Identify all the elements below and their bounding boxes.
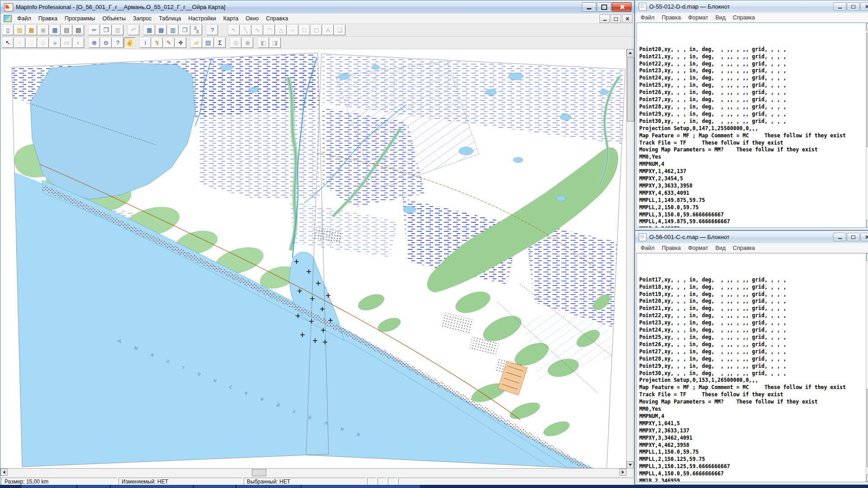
notepad1-maximize-button[interactable]: [847, 2, 860, 11]
new-layout-button[interactable]: ❒: [179, 25, 190, 35]
polygon-select-button[interactable]: ◇: [38, 38, 49, 48]
map-vertical-scrollbar[interactable]: [626, 49, 634, 469]
radius-select-button[interactable]: ◌: [26, 38, 37, 48]
notepad2-titlebar[interactable]: O-56-001-C-c.map — Блокнот: [635, 231, 868, 243]
menu-item[interactable]: Карта: [220, 14, 242, 23]
set-target-district-button[interactable]: ◎: [230, 38, 241, 48]
notepad2-scrollbar[interactable]: [866, 253, 868, 482]
minimize-button[interactable]: [582, 2, 596, 12]
info-tool-button[interactable]: i: [140, 38, 151, 48]
drag-map-window-button[interactable]: ❖: [175, 38, 186, 48]
new-table-button[interactable]: ▯: [2, 25, 14, 35]
rectangle-tool-button[interactable]: □: [299, 25, 310, 35]
scroll-right-button[interactable]: [619, 469, 627, 476]
taskbar-window-button[interactable]: [302, 485, 420, 488]
menu-item[interactable]: Файл: [14, 14, 35, 23]
invert-selection-button[interactable]: ◐: [73, 38, 84, 48]
notepad2-text-area[interactable]: Point17,xy, , , in, deg, , ,, , ,, grid,…: [637, 253, 868, 482]
ellipse-tool-button[interactable]: ○: [287, 25, 298, 35]
close-button[interactable]: [612, 2, 632, 12]
map-hscroll-thumb[interactable]: [252, 469, 266, 476]
scroll-down-button[interactable]: [627, 461, 634, 469]
status-selected[interactable]: Выбранный: НЕТ: [244, 478, 366, 486]
notepad1-close-button[interactable]: [860, 2, 868, 11]
mdi-minimize-button[interactable]: [599, 14, 610, 23]
open-table-button[interactable]: ▨: [14, 25, 25, 35]
save-workspace-button[interactable]: ▦: [49, 25, 61, 35]
taskbar-window-button[interactable]: [237, 485, 301, 488]
print-button[interactable]: ▤: [73, 25, 84, 35]
menu-item[interactable]: Настройки: [185, 14, 220, 23]
hotlink-button[interactable]: ↯: [151, 38, 163, 48]
open-workspace-button[interactable]: ▦: [26, 25, 37, 35]
new-browser-button[interactable]: ▦: [144, 25, 155, 35]
help-pointer-button[interactable]: ?: [207, 25, 218, 35]
paste-button[interactable]: ▥: [112, 25, 123, 35]
label-tool-button[interactable]: ✎: [163, 38, 175, 48]
menu-item[interactable]: Вид: [712, 14, 729, 22]
taskbar-window-button[interactable]: [111, 485, 193, 488]
notepad2-minimize-button[interactable]: [833, 233, 846, 241]
new-graph-button[interactable]: ▥: [167, 25, 179, 35]
pan-tool-button[interactable]: ✌: [124, 38, 135, 48]
menu-item[interactable]: Вид: [712, 244, 729, 252]
menu-item[interactable]: Справка: [262, 14, 292, 23]
notepad1-scrollbar[interactable]: [866, 23, 868, 227]
taskbar-window-button[interactable]: [78, 485, 110, 488]
mapinfo-titlebar[interactable]: MapInfo Professional - [O_56_001_Г_г__Ар…: [0, 0, 634, 14]
assign-district-button[interactable]: ◉: [242, 38, 253, 48]
taskbar[interactable]: [0, 485, 868, 488]
notepad1-text-area[interactable]: Point20,xy, , , in, deg, , ,, , ,, grid,…: [637, 23, 868, 228]
menu-item[interactable]: Формат: [684, 244, 712, 252]
zoom-in-button[interactable]: ⊕: [89, 38, 100, 48]
menu-item[interactable]: Таблица: [156, 14, 185, 23]
cut-button[interactable]: ✂: [89, 25, 100, 35]
ruler-button[interactable]: ▱: [191, 38, 202, 48]
set-clip-region-button[interactable]: ◨: [269, 38, 281, 48]
menu-item[interactable]: Запрос: [129, 14, 155, 23]
status-editable[interactable]: Изменяемый: НЕТ: [118, 478, 242, 486]
marquee-select-button[interactable]: ▫: [14, 38, 25, 48]
arc-tool-button[interactable]: ◠: [264, 25, 275, 35]
new-map-button[interactable]: ▩: [156, 25, 167, 35]
scroll-down-button[interactable]: [866, 474, 868, 482]
menu-item[interactable]: Правка: [35, 14, 61, 23]
mdi-restore-button[interactable]: [611, 14, 621, 23]
zoom-out-button[interactable]: ⊖: [100, 38, 112, 48]
new-redistrict-button[interactable]: ▚: [191, 25, 202, 35]
menu-item[interactable]: Справка: [729, 14, 759, 22]
boundary-select-button[interactable]: ◈: [49, 38, 61, 48]
menu-item[interactable]: Файл: [637, 14, 658, 22]
maximize-button[interactable]: [597, 2, 611, 12]
scroll-up-button[interactable]: [866, 253, 868, 261]
menu-item[interactable]: Справка: [729, 244, 759, 252]
save-table-button[interactable]: ▣: [38, 25, 49, 35]
undo-button[interactable]: ↶: [128, 25, 139, 35]
menu-item[interactable]: Правка: [658, 244, 684, 252]
scroll-down-button[interactable]: [866, 220, 868, 227]
rounded-rect-tool-button[interactable]: ▢: [311, 25, 322, 35]
mdi-close-button[interactable]: [622, 14, 632, 23]
map-vscroll-thumb[interactable]: [627, 57, 634, 122]
scroll-left-button[interactable]: [0, 469, 8, 476]
copy-button[interactable]: ❐: [100, 25, 112, 35]
taskbar-window-button[interactable]: [22, 485, 77, 488]
menu-item[interactable]: Формат: [684, 14, 712, 22]
taskbar-window-button[interactable]: [194, 485, 236, 488]
statistics-button[interactable]: Σ: [214, 38, 226, 48]
clip-region-on-button[interactable]: ◧: [258, 38, 269, 48]
frame-tool-button[interactable]: ❏: [334, 25, 345, 35]
scroll-up-button[interactable]: [627, 49, 634, 56]
text-tool-button[interactable]: A: [322, 25, 334, 35]
unselect-all-button[interactable]: ▭: [61, 38, 72, 48]
polygon-tool-button[interactable]: △: [275, 25, 287, 35]
map-canvas[interactable]: А м а х т о н с к и й з а л и в: [0, 49, 627, 469]
change-view-button[interactable]: ?: [112, 38, 123, 48]
draw-select-button[interactable]: ↖: [228, 25, 240, 35]
notepad1-minimize-button[interactable]: [833, 2, 846, 11]
status-size[interactable]: Размер: 15,00 km: [1, 478, 117, 486]
menu-item[interactable]: Файл: [637, 244, 658, 252]
map-window[interactable]: А м а х т о н с к и й з а л и в: [0, 49, 634, 476]
menu-item[interactable]: Правка: [658, 14, 684, 22]
menu-item[interactable]: Объекты: [99, 14, 130, 23]
